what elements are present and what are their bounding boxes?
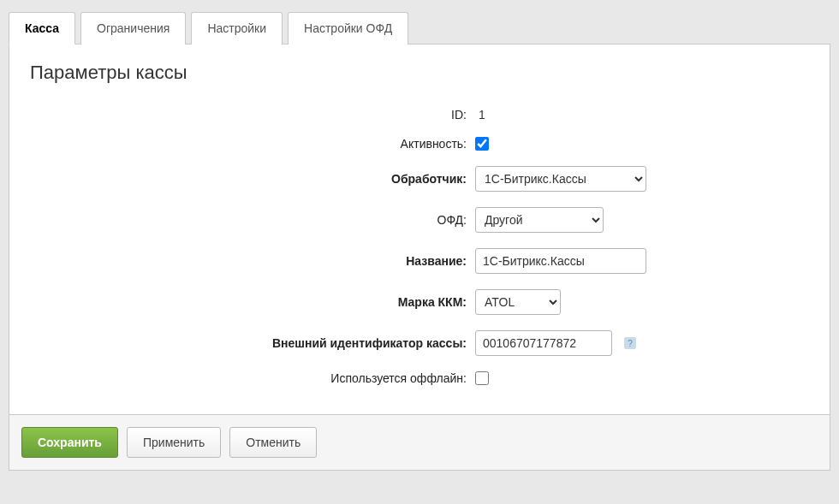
row-ofd: ОФД: Другой bbox=[30, 207, 809, 233]
value-id: 1 bbox=[475, 108, 485, 122]
apply-button[interactable]: Применить bbox=[127, 427, 221, 458]
row-offline: Используется оффлайн: bbox=[30, 371, 809, 385]
select-ofd[interactable]: Другой bbox=[475, 207, 604, 233]
label-name: Название: bbox=[30, 254, 475, 268]
tab-settings[interactable]: Настройки bbox=[191, 12, 283, 44]
form-panel: Параметры кассы ID: 1 Активность: Обрабо… bbox=[9, 44, 830, 415]
page-title: Параметры кассы bbox=[30, 62, 809, 84]
tab-bar: Касса Ограничения Настройки Настройки ОФ… bbox=[0, 0, 839, 44]
row-ext-id: Внешний идентификатор кассы: ? bbox=[30, 330, 809, 356]
checkbox-offline[interactable] bbox=[475, 371, 489, 385]
save-button[interactable]: Сохранить bbox=[21, 427, 118, 458]
tab-ofd-settings[interactable]: Настройки ОФД bbox=[288, 12, 408, 44]
tab-restrictions[interactable]: Ограничения bbox=[80, 12, 186, 44]
label-offline: Используется оффлайн: bbox=[30, 371, 475, 385]
label-ext-id: Внешний идентификатор кассы: bbox=[30, 336, 475, 350]
label-kkm: Марка ККМ: bbox=[30, 295, 475, 309]
label-ofd: ОФД: bbox=[30, 213, 475, 227]
cancel-button[interactable]: Отменить bbox=[229, 427, 317, 458]
help-icon[interactable]: ? bbox=[624, 337, 636, 349]
input-ext-id[interactable] bbox=[475, 330, 612, 356]
label-active: Активность: bbox=[30, 137, 475, 151]
row-id: ID: 1 bbox=[30, 108, 809, 122]
row-active: Активность: bbox=[30, 137, 809, 151]
select-kkm[interactable]: ATOL bbox=[475, 289, 561, 315]
input-name[interactable] bbox=[475, 248, 646, 274]
row-handler: Обработчик: 1С-Битрикс.Кассы bbox=[30, 166, 809, 192]
checkbox-active[interactable] bbox=[475, 137, 489, 151]
row-name: Название: bbox=[30, 248, 809, 274]
select-handler[interactable]: 1С-Битрикс.Кассы bbox=[475, 166, 646, 192]
button-bar: Сохранить Применить Отменить bbox=[9, 415, 830, 471]
row-kkm: Марка ККМ: ATOL bbox=[30, 289, 809, 315]
label-id: ID: bbox=[30, 108, 475, 122]
tab-kassa[interactable]: Касса bbox=[9, 12, 75, 44]
label-handler: Обработчик: bbox=[30, 172, 475, 186]
